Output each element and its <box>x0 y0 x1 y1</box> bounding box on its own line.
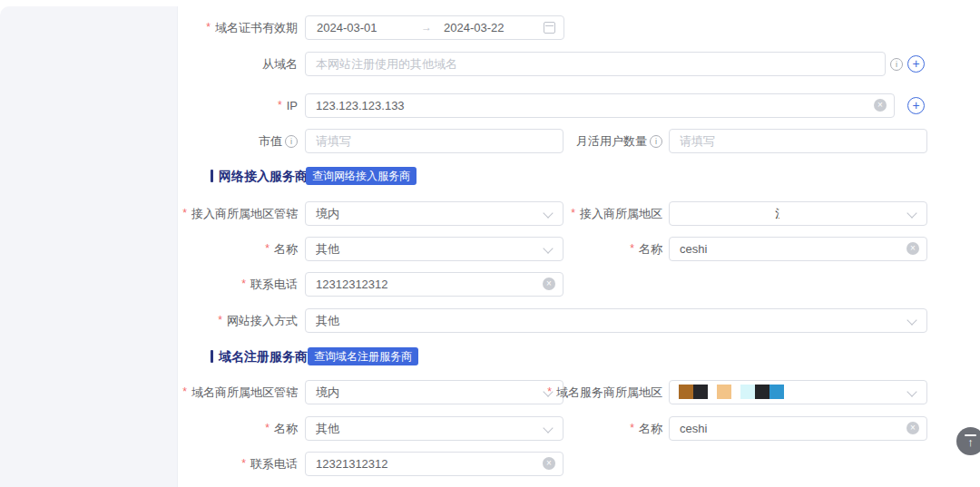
required-mark: * <box>206 15 211 40</box>
page: * 域名证书有效期 2024-03-01 → 2024-03-22 从域名 * … <box>0 0 980 487</box>
chevron-down-icon <box>543 243 553 253</box>
required-mark: * <box>182 380 187 404</box>
query-domain-registrar-button[interactable]: 查询域名注册服务商 <box>308 347 418 365</box>
mau-input[interactable] <box>669 129 927 153</box>
required-mark: * <box>241 272 246 297</box>
required-mark: * <box>265 237 270 261</box>
section-bar <box>211 170 213 182</box>
required-mark: * <box>630 416 634 441</box>
registrar-name-select-label: * 名称 <box>265 416 298 441</box>
cert-validity-label: * 域名证书有效期 <box>206 15 298 40</box>
back-to-top-button[interactable]: ↑ <box>956 427 980 455</box>
registrar-name-input-label: * 名称 <box>630 416 662 441</box>
access-method-select[interactable]: 其他 <box>305 308 927 333</box>
arrow-up-icon: ↑ <box>956 435 980 449</box>
chevron-down-icon <box>543 208 553 218</box>
required-mark: * <box>547 380 552 404</box>
clear-icon[interactable] <box>543 278 555 290</box>
ip-label: * IP <box>278 93 298 118</box>
registrar-jurisdiction-select[interactable]: 境内 <box>305 380 564 404</box>
access-method-label: * 网站接入方式 <box>218 308 298 333</box>
access-jurisdiction-select[interactable]: 境内 <box>305 201 564 226</box>
access-region-label: * 接入商所属地区 <box>571 201 662 226</box>
registrar-name-select[interactable]: 其他 <box>305 416 564 441</box>
market-value-label: 市值 <box>259 129 298 153</box>
access-jurisdiction-label: * 接入商所属地区管辖 <box>182 201 298 226</box>
registrar-jurisdiction-label: * 域名商所属地区管辖 <box>182 380 298 404</box>
required-mark: * <box>278 93 282 118</box>
from-domain-label: 从域名 <box>262 52 298 76</box>
access-region-overlay: 江 <box>774 203 906 225</box>
info-icon[interactable] <box>890 58 903 71</box>
clear-icon[interactable] <box>543 457 555 470</box>
cert-validity-daterange[interactable]: 2024-03-01 → 2024-03-22 <box>305 15 564 40</box>
info-icon[interactable] <box>650 135 662 148</box>
registrar-region-label: * 域名服务商所属地区 <box>547 380 662 404</box>
add-domain-button[interactable] <box>907 55 925 73</box>
start-date[interactable]: 2024-03-01 <box>317 16 377 39</box>
chevron-down-icon <box>906 208 916 218</box>
chevron-down-icon <box>906 386 916 396</box>
required-mark: * <box>218 308 222 333</box>
section-bar <box>211 350 213 363</box>
chevron-down-icon <box>543 423 553 433</box>
add-ip-button[interactable] <box>907 97 925 114</box>
chevron-down-icon <box>906 315 916 325</box>
market-value-input[interactable] <box>305 129 564 153</box>
ip-input[interactable] <box>305 93 895 118</box>
info-icon[interactable] <box>285 135 298 148</box>
clear-icon[interactable] <box>906 242 919 255</box>
domain-section-title: 域名注册服务商 <box>219 347 308 365</box>
access-name-select[interactable]: 其他 <box>305 237 564 261</box>
access-name-select-label: * 名称 <box>265 237 298 261</box>
clear-icon[interactable] <box>906 422 919 434</box>
required-mark: * <box>182 201 187 226</box>
query-network-provider-button[interactable]: 查询网络接入服务商 <box>306 167 416 185</box>
network-section-title: 网络接入服务商 <box>219 167 308 185</box>
required-mark: * <box>571 201 575 226</box>
registrar-name-input[interactable] <box>669 416 927 441</box>
end-date[interactable]: 2024-03-22 <box>444 16 505 39</box>
required-mark: * <box>265 416 270 441</box>
access-name-input-label: * 名称 <box>630 237 662 261</box>
mau-label: 月活用户数量 <box>576 129 662 153</box>
left-sidebar-panel <box>0 6 178 487</box>
range-arrow-icon: → <box>421 16 432 39</box>
access-phone-input[interactable] <box>305 272 564 297</box>
clear-icon[interactable] <box>874 99 887 112</box>
access-phone-label: * 联系电话 <box>241 272 298 297</box>
registrar-phone-label: * 联系电话 <box>241 452 298 476</box>
clipped-text-fragment: 江 <box>775 206 779 222</box>
garbled-region-glyphs <box>679 385 784 399</box>
calendar-icon[interactable] <box>544 22 555 34</box>
required-mark: * <box>630 237 634 261</box>
registrar-phone-input[interactable] <box>305 452 564 476</box>
required-mark: * <box>241 452 246 476</box>
access-name-input[interactable] <box>669 237 927 261</box>
from-domain-input[interactable] <box>305 52 886 76</box>
